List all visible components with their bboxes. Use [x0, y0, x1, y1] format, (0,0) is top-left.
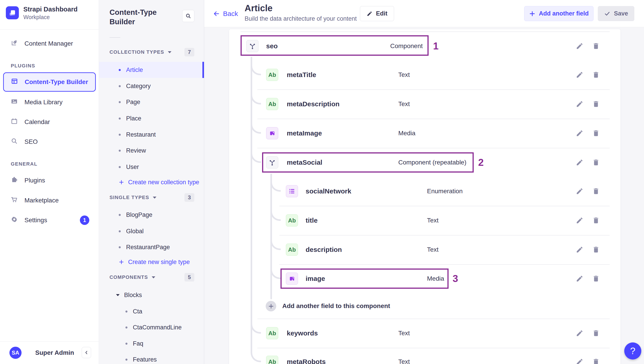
collapse-sidebar-button[interactable]: [82, 347, 91, 358]
field-name: socialNetwork: [306, 188, 351, 195]
edit-field-button[interactable]: [575, 157, 584, 167]
workspace-subtitle: Workplace: [23, 14, 78, 21]
bullet-icon: [119, 230, 121, 232]
page-title: Article: [244, 3, 273, 13]
edit-field-button[interactable]: [575, 328, 584, 338]
edit-field-button[interactable]: [575, 245, 584, 255]
sidebar-item-plugins[interactable]: Plugins: [0, 172, 99, 189]
back-link[interactable]: Back: [213, 0, 238, 27]
delete-field-button[interactable]: [591, 186, 601, 196]
sidebar-item-seo[interactable]: SEO: [0, 134, 99, 150]
sidebar-item-label: Marketplace: [24, 197, 59, 204]
sidebar-item-content-manager[interactable]: Content Manager: [0, 36, 99, 52]
save-button[interactable]: Save: [598, 6, 634, 21]
avatar: SA: [10, 347, 22, 359]
field-name: metaSocial: [287, 159, 322, 166]
field-type: Text: [427, 246, 438, 253]
chevron-down-icon: [152, 276, 155, 278]
field-type: Component (repeatable): [398, 159, 466, 166]
panel-divider: [110, 37, 120, 38]
edit-field-button[interactable]: [575, 216, 584, 225]
delete-field-button[interactable]: [591, 357, 601, 364]
panel-title: Content-Type Builder: [110, 8, 174, 27]
section-single-types[interactable]: SINGLE TYPES 3: [110, 193, 194, 203]
help-button[interactable]: ?: [624, 342, 641, 359]
delete-field-button[interactable]: [591, 216, 601, 225]
calendar-icon: [11, 118, 18, 126]
edit-field-button[interactable]: [575, 99, 584, 109]
bullet-icon: [119, 117, 121, 119]
pencil-icon: [367, 11, 372, 17]
sidebar-item-label: Calendar: [24, 118, 50, 126]
single-type-restaurantpage[interactable]: RestaurantPage: [99, 239, 204, 255]
count-badge: 3: [184, 193, 194, 202]
count-badge: 7: [184, 48, 194, 56]
media-field-icon: [266, 127, 278, 139]
bullet-icon: [119, 85, 121, 87]
component-field-icon: [246, 40, 258, 52]
delete-field-button[interactable]: [591, 157, 601, 167]
create-collection-type-link[interactable]: Create new collection type: [119, 174, 199, 190]
component-cta[interactable]: Cta: [99, 303, 204, 319]
collection-type-category[interactable]: Category: [99, 78, 204, 94]
field-type: Text: [398, 330, 410, 337]
delete-field-button[interactable]: [591, 328, 601, 338]
content-type-builder-panel: Content-Type Builder COLLECTION TYPES 7 …: [99, 0, 204, 364]
edit-field-button[interactable]: [575, 70, 584, 80]
field-name: seo: [266, 42, 278, 50]
enumeration-field-icon: [286, 185, 298, 197]
collection-type-page[interactable]: Page: [99, 94, 204, 110]
puzzle-icon: [11, 176, 18, 185]
chevron-down-icon: [116, 294, 120, 296]
delete-field-button[interactable]: [591, 245, 601, 255]
component-features[interactable]: Features: [99, 351, 204, 364]
content-manager-icon: [11, 39, 18, 48]
section-components[interactable]: COMPONENTS 5: [110, 272, 194, 282]
field-type: Text: [398, 71, 410, 78]
edit-field-button[interactable]: [575, 128, 584, 138]
collection-type-user[interactable]: User: [99, 159, 204, 175]
field-row-title: Ab title Text: [229, 206, 620, 235]
sidebar-item-calendar[interactable]: Calendar: [0, 114, 99, 130]
delete-field-button[interactable]: [591, 99, 601, 109]
single-type-global[interactable]: Global: [99, 223, 204, 239]
component-group-blocks[interactable]: Blocks: [99, 287, 204, 303]
sidebar-item-label: Content Manager: [24, 40, 73, 47]
edit-field-button[interactable]: [575, 186, 584, 196]
text-field-icon: Ab: [286, 214, 298, 227]
collection-type-place[interactable]: Place: [99, 110, 204, 126]
collection-type-article[interactable]: Article: [99, 62, 204, 78]
edit-field-button[interactable]: [575, 41, 584, 51]
field-name: metaImage: [287, 129, 322, 137]
delete-field-button[interactable]: [591, 70, 601, 80]
field-name: metaTitle: [287, 71, 316, 79]
sidebar-item-marketplace[interactable]: Marketplace: [0, 192, 99, 209]
component-ctacommandline[interactable]: CtaCommandLine: [99, 319, 204, 335]
create-single-type-link[interactable]: Create new single type: [119, 254, 190, 270]
edit-field-button[interactable]: [575, 357, 584, 364]
edit-field-button[interactable]: [575, 274, 584, 284]
component-faq[interactable]: Faq: [99, 335, 204, 352]
workspace-brand: Strapi Dashboard Workplace: [6, 6, 78, 21]
field-name: metaDescription: [287, 100, 340, 108]
settings-notification-badge: 1: [80, 216, 89, 225]
search-button[interactable]: [182, 10, 194, 22]
edit-button[interactable]: Edit: [360, 6, 394, 21]
collection-type-restaurant[interactable]: Restaurant: [99, 126, 204, 143]
section-collection-types[interactable]: COLLECTION TYPES 7: [110, 47, 194, 57]
delete-field-button[interactable]: [591, 128, 601, 138]
add-field-to-component-button[interactable]: [266, 301, 276, 311]
text-field-icon: Ab: [266, 356, 278, 364]
single-type-blogpage[interactable]: BlogPage: [99, 207, 204, 223]
sidebar-item-media-library[interactable]: Media Library: [0, 94, 99, 110]
section-label: SINGLE TYPES: [110, 195, 149, 201]
add-field-to-component-label[interactable]: Add another field to this component: [282, 302, 390, 310]
delete-field-button[interactable]: [591, 41, 601, 51]
sidebar-item-settings[interactable]: Settings 1: [0, 212, 99, 228]
field-row-description: Ab description Text: [229, 235, 620, 264]
add-another-field-button[interactable]: Add another field: [524, 6, 594, 21]
collection-type-review[interactable]: Review: [99, 142, 204, 159]
delete-field-button[interactable]: [591, 274, 601, 284]
sidebar-item-content-type-builder[interactable]: Content-Type Builder: [3, 72, 96, 92]
field-row-seo: seo Component: [229, 32, 620, 61]
